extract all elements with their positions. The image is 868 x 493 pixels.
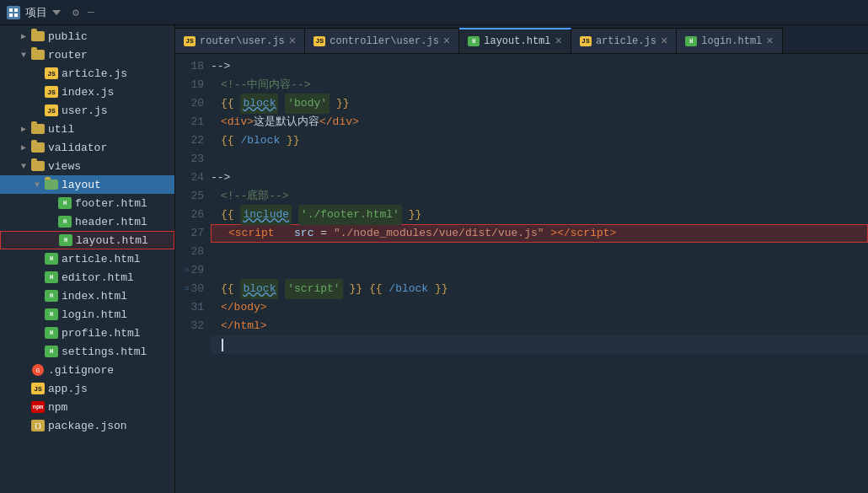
tab-article-js[interactable]: JS article.js ×	[571, 28, 677, 53]
tab-login-html[interactable]: H login.html ×	[677, 28, 782, 53]
folder-icon	[30, 159, 46, 173]
sidebar-item-validator[interactable]: validator	[0, 138, 174, 157]
tab-js-icon: JS	[313, 36, 325, 46]
sidebar-item-router-article[interactable]: JS article.js	[0, 64, 174, 83]
html-file-icon: H	[44, 326, 59, 340]
sidebar-item-router[interactable]: router	[0, 46, 174, 64]
line-number: ○29	[179, 261, 204, 280]
line-number: 28	[179, 243, 204, 261]
sidebar-item-label: layout.html	[76, 234, 148, 247]
tab-close-button[interactable]: ×	[661, 35, 667, 47]
sidebar-item-profile-html[interactable]: H profile.html	[0, 324, 174, 342]
sidebar-item-label: npm	[48, 401, 67, 414]
sidebar-item-util[interactable]: util	[0, 120, 174, 138]
code-token: }}	[435, 280, 448, 298]
tab-close-button[interactable]: ×	[443, 35, 450, 47]
code-line-21: {{ /block }}	[211, 131, 868, 150]
sidebar-item-settings-html[interactable]: H settings.html	[0, 342, 174, 361]
sidebar-item-router-index[interactable]: JS index.js	[0, 83, 174, 101]
sidebar-item-label: settings.html	[62, 346, 147, 358]
code-line-22	[211, 150, 868, 169]
code-token: </html>	[221, 317, 267, 335]
code-line-29: </body>	[211, 298, 868, 317]
gear-button[interactable]: ⚙	[72, 6, 79, 19]
sidebar-item-label: app.js	[48, 383, 88, 395]
html-file-icon: H	[57, 215, 72, 228]
tab-router-user[interactable]: JS router\user.js ×	[175, 28, 305, 53]
fold-icon[interactable]: ○	[184, 261, 189, 280]
code-editor[interactable]: 18 19 20 21 22 23 24 25 26 27 28 ○29 ○30…	[175, 54, 868, 493]
arrow-icon	[17, 29, 30, 43]
sidebar-item-index-html[interactable]: H index.html	[0, 287, 174, 305]
sidebar-item-footer-html[interactable]: H footer.html	[0, 194, 174, 212]
fold-icon[interactable]: ○	[184, 280, 189, 298]
sidebar-item-gitignore[interactable]: G .gitignore	[0, 361, 174, 379]
sidebar-item-label: editor.html	[62, 271, 134, 284]
html-file-icon: H	[44, 308, 59, 321]
sidebar-item-label: header.html	[75, 216, 147, 228]
arrow-icon	[17, 122, 30, 136]
sidebar-item-header-html[interactable]: H header.html	[0, 212, 174, 231]
sidebar-item-editor-html[interactable]: H editor.html	[0, 268, 174, 287]
sidebar-item-npm[interactable]: npm npm	[0, 398, 174, 416]
line-number: 25	[179, 187, 204, 206]
code-token: {{	[221, 131, 234, 150]
sidebar-item-views[interactable]: views	[0, 157, 174, 175]
sidebar-item-layout-folder[interactable]: layout	[0, 175, 174, 194]
sidebar-item-login-html[interactable]: H login.html	[0, 305, 174, 324]
code-token: <!--中间内容-->	[221, 76, 311, 94]
folder-icon	[44, 178, 59, 191]
sidebar-item-article-html[interactable]: H article.html	[0, 249, 174, 268]
sidebar-item-label: util	[48, 123, 74, 136]
sidebar-item-public[interactable]: public	[0, 27, 174, 46]
project-icon	[7, 6, 20, 19]
json-file-icon: {}	[30, 419, 46, 432]
arrow-icon	[17, 159, 30, 173]
code-token: block	[240, 94, 278, 114]
tab-close-button[interactable]: ×	[555, 35, 561, 47]
folder-icon	[30, 29, 46, 43]
arrow-icon	[30, 178, 44, 191]
code-line-30: </html>	[211, 317, 868, 335]
cursor	[222, 339, 223, 351]
sidebar-item-label: user.js	[62, 104, 108, 117]
code-token: {{	[221, 280, 234, 298]
tab-label: router\user.js	[200, 35, 285, 47]
sidebar-item-package-json[interactable]: {} package.json	[0, 416, 174, 435]
tab-close-button[interactable]: ×	[289, 35, 296, 47]
code-line-27	[211, 261, 868, 280]
svg-rect-2	[9, 13, 13, 17]
code-token: 'body'	[285, 94, 330, 114]
line-number: 23	[179, 150, 204, 169]
tab-layout-html[interactable]: H layout.html ×	[459, 28, 571, 53]
html-file-icon: H	[44, 252, 59, 265]
sidebar-item-label: profile.html	[62, 327, 141, 340]
tab-controller-user[interactable]: JS controller\user.js ×	[305, 28, 459, 53]
sidebar-item-router-user[interactable]: JS user.js	[0, 101, 174, 120]
html-file-icon: H	[58, 233, 73, 247]
code-token: }}	[349, 280, 362, 298]
sidebar-item-label: footer.html	[75, 197, 147, 210]
code-line-31	[211, 335, 868, 354]
code-token: </div>	[319, 113, 359, 131]
code-line-19: {{ block 'body' }}	[211, 94, 868, 113]
tab-html-icon: H	[468, 36, 480, 46]
git-file-icon: G	[30, 363, 46, 377]
dropdown-icon	[52, 8, 61, 17]
tab-label: article.js	[596, 35, 656, 47]
minimize-button[interactable]: —	[88, 6, 94, 19]
line-number: 27	[179, 224, 204, 243]
sidebar-item-label: validator	[48, 142, 107, 154]
tab-close-button[interactable]: ×	[766, 35, 773, 47]
tab-js-icon: JS	[580, 36, 592, 46]
sidebar-item-app-js[interactable]: JS app.js	[0, 379, 174, 398]
code-token: "./node_modules/vue/dist/vue.js"	[334, 227, 544, 239]
sidebar-item-layout-html[interactable]: H layout.html	[0, 231, 174, 249]
code-line-18: <!--中间内容-->	[211, 76, 868, 94]
editor-area: JS router\user.js × JS controller\user.j…	[175, 25, 868, 493]
sidebar-item-label: index.html	[62, 290, 127, 303]
js-file-icon: JS	[44, 104, 59, 117]
sidebar-item-label: layout	[62, 179, 101, 191]
tab-label: layout.html	[484, 35, 550, 47]
code-token: include	[240, 205, 292, 225]
